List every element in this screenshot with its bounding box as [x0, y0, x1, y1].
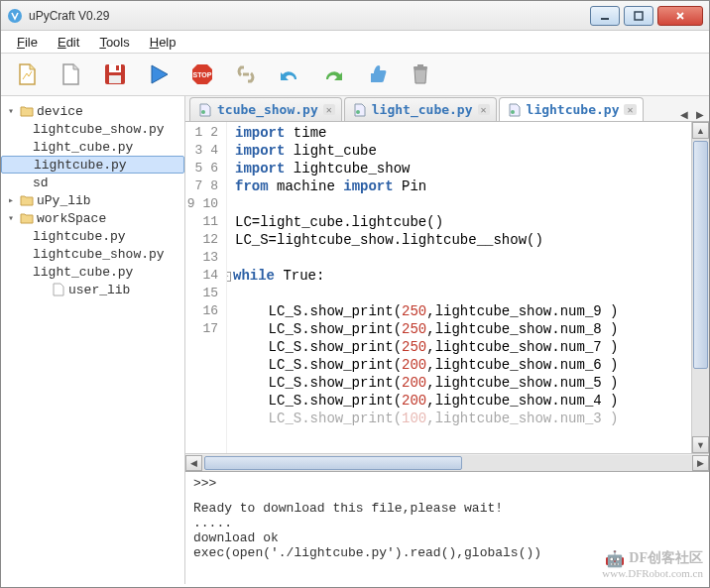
- app-icon: [7, 8, 23, 24]
- menu-tools[interactable]: Tools: [91, 33, 137, 52]
- file-tree[interactable]: ▾devicelightcube_show.pylight_cube.pylig…: [1, 96, 185, 584]
- save-button[interactable]: [100, 59, 130, 89]
- maximize-button[interactable]: [624, 6, 653, 26]
- code-editor[interactable]: 1 2 3 4 5 6 7 8 9 10 11 12 13 14 15 16 1…: [185, 122, 691, 453]
- new-file-button[interactable]: [13, 59, 43, 89]
- svg-rect-9: [414, 66, 427, 69]
- svg-point-12: [356, 110, 360, 114]
- editor-horizontal-scrollbar[interactable]: ◀ ▶: [185, 453, 709, 471]
- svg-rect-6: [116, 65, 119, 70]
- tree-workspace[interactable]: ▾workSpace: [1, 209, 184, 227]
- stop-button[interactable]: STOP: [187, 59, 217, 89]
- tab-next-button[interactable]: ▶: [693, 107, 707, 121]
- svg-text:STOP: STOP: [193, 71, 212, 78]
- menu-help[interactable]: Help: [142, 33, 184, 52]
- link-button[interactable]: [231, 59, 261, 89]
- undo-button[interactable]: [275, 59, 304, 89]
- tree-item[interactable]: lightcube_show.py: [1, 245, 184, 263]
- svg-rect-1: [601, 18, 609, 20]
- tree-item[interactable]: light_cube.py: [1, 138, 184, 156]
- console-line: download ok: [193, 530, 701, 545]
- titlebar: uPyCraft V0.29: [1, 1, 709, 31]
- tree-item[interactable]: light_cube.py: [1, 263, 184, 281]
- console-line: .....: [193, 516, 701, 530]
- editor-tab[interactable]: tcube_show.py✕: [189, 97, 342, 121]
- toolbar: STOP: [1, 54, 709, 95]
- tree-item[interactable]: user_lib: [1, 281, 184, 298]
- svg-rect-4: [109, 64, 121, 72]
- svg-rect-5: [109, 75, 121, 83]
- tab-prev-button[interactable]: ◀: [677, 107, 691, 121]
- tree-upylib[interactable]: ▸uPy_lib: [1, 191, 184, 209]
- svg-point-11: [201, 110, 205, 114]
- menu-file[interactable]: File: [9, 33, 46, 52]
- tab-close-icon[interactable]: ✕: [624, 104, 636, 115]
- close-button[interactable]: [657, 6, 703, 26]
- tab-close-icon[interactable]: ✕: [323, 104, 335, 115]
- like-button[interactable]: [362, 59, 392, 89]
- tree-item[interactable]: lightcube_show.py: [1, 120, 184, 138]
- svg-point-13: [511, 110, 515, 114]
- svg-rect-10: [417, 64, 423, 66]
- fold-icon[interactable]: −: [227, 272, 231, 282]
- menu-edit[interactable]: Edit: [50, 33, 87, 52]
- console[interactable]: >>> Ready to download this file,please w…: [185, 471, 709, 584]
- editor-tab[interactable]: light_cube.py✕: [344, 97, 497, 121]
- redo-button[interactable]: [318, 59, 348, 89]
- tab-close-icon[interactable]: ✕: [478, 104, 490, 115]
- tab-bar: tcube_show.py✕light_cube.py✕lightcube.py…: [185, 96, 709, 122]
- tree-item[interactable]: sd: [1, 174, 184, 191]
- console-line: Ready to download this file,please wait!: [193, 501, 701, 516]
- minimize-button[interactable]: [590, 6, 620, 26]
- menubar: File Edit Tools Help: [1, 31, 709, 53]
- window-title: uPyCraft V0.29: [29, 9, 586, 23]
- svg-point-0: [8, 9, 22, 23]
- tree-item[interactable]: lightcube.py: [1, 156, 184, 174]
- tree-root-device[interactable]: ▾device: [1, 102, 184, 120]
- svg-rect-2: [635, 12, 643, 20]
- trash-button[interactable]: [406, 59, 435, 89]
- run-button[interactable]: [144, 59, 174, 89]
- open-file-button[interactable]: [57, 59, 86, 89]
- tree-item[interactable]: lightcube.py: [1, 227, 184, 245]
- editor-vertical-scrollbar[interactable]: ▲ ▼: [691, 122, 709, 453]
- console-line: exec(open('./lightcube.py').read(),globa…: [193, 545, 701, 560]
- console-prompt: >>>: [193, 476, 701, 491]
- editor-tab[interactable]: lightcube.py✕: [499, 97, 644, 121]
